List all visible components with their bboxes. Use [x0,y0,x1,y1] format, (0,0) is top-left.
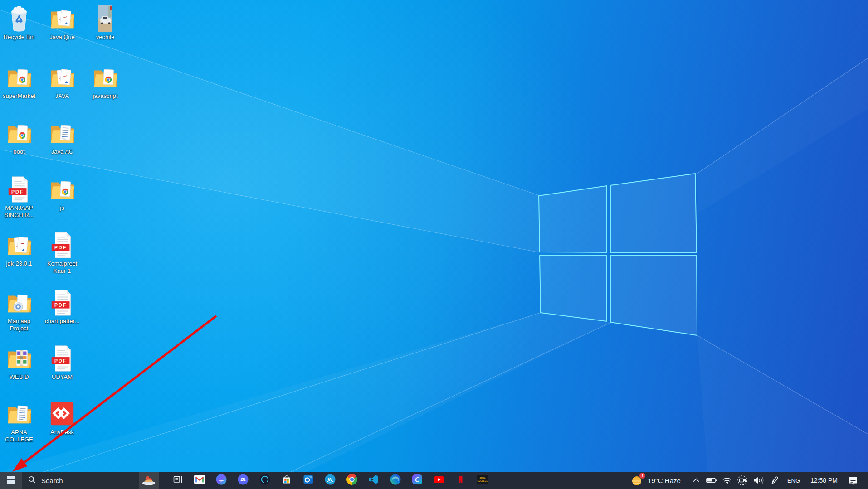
folder-icon [91,63,120,92]
search-icon [28,476,36,485]
desktop-icon-udyam[interactable]: PDFUDYAM [43,344,81,381]
desktop-icon-vechile[interactable]: vechile [86,4,124,41]
temperature-text: 19°C [648,477,663,484]
clock[interactable]: 12:58 PM [806,472,842,489]
taskbar-outlook-button[interactable] [297,472,319,489]
hidden-icons-chevron-button[interactable] [689,472,703,489]
desktop-icon-chart-pattern[interactable]: PDFchart patter... [43,288,81,325]
desktop-icon-supermarket[interactable]: superMarket [0,63,38,100]
alexa-icon [259,474,271,487]
wifi-button[interactable] [720,472,734,489]
show-desktop-button[interactable] [864,472,867,489]
desktop-icon-label: Java Que [43,34,81,41]
desktop-icon-label: Recycle Bin [0,34,38,41]
volume-button[interactable] [751,472,766,489]
desktop-icon-label: chart patter... [43,318,81,325]
folder-icon [5,63,34,92]
meet-now-button[interactable] [735,472,750,489]
desktop-icon-jdk-23-0-1[interactable]: jdk-23.0.1 [0,230,38,267]
desktop-icon-js[interactable]: js [43,174,81,212]
start-button[interactable] [0,472,22,489]
taskbar-apna-college-app-button[interactable]: APNACOLLEGE [472,472,493,489]
folder-icon [5,230,34,259]
chevron-up-icon [691,475,701,485]
desktop-icon-java-que[interactable]: Java Que [43,4,81,41]
time-text: 12:58 PM [810,477,838,484]
edge-icon [390,474,401,487]
taskbar-search-box[interactable]: Search [22,472,139,489]
desktop-icon-label: AnyDesk [43,429,81,436]
taskbar-microsoft-store-button[interactable] [276,472,297,489]
desktop-icon-komalpreet-kaur-1[interactable]: PDFKomalpreet Kaur 1 [43,230,81,275]
folder-icon [5,344,34,373]
weather-haze-icon: 1 [631,474,644,487]
svg-text:W: W [328,477,333,482]
taskbar-copilot-button[interactable] [210,472,232,489]
action-center-button[interactable] [844,472,863,489]
desktop-icon-java-ac[interactable]: Java AC [43,118,81,155]
desktop-icon-label: Java AC [43,148,81,155]
svg-text:COLLEGE: COLLEGE [477,480,488,482]
system-tray: 1 19°C Haze [626,472,868,489]
canva-icon: C [411,474,423,487]
taskbar-app-icons: WCAPNACOLLEGE [139,472,493,489]
weather-widget-button[interactable]: 1 19°C Haze [626,474,688,487]
battery-icon [706,475,717,485]
pdf-icon: PDF [48,344,77,373]
desktop-icon-label: WEB D [0,373,38,381]
pdf-icon: PDF [5,174,34,203]
taskbar-news-widget-button[interactable] [139,472,159,489]
desktop-icon-label: APNA COLLEGE [0,429,38,443]
folder-icon [48,118,77,147]
svg-text:PDF: PDF [11,189,24,194]
anydesk-icon [48,399,77,428]
bin-icon [5,4,34,33]
store-icon [281,474,293,487]
taskbar-gmail-button[interactable] [189,472,210,489]
pdf-icon: PDF [48,230,77,259]
taskbar-discord-button[interactable] [232,472,254,489]
taskbar-chrome-button[interactable] [341,472,363,489]
desktop: Recycle BinJava QuevechilesuperMarketJAV… [0,0,868,489]
folder-icon [5,288,34,317]
taskbar-edge-button[interactable] [385,472,406,489]
desktop-icon-label: superMarket [0,92,38,100]
battery-button[interactable] [704,472,719,489]
taskbar-netflix-button[interactable] [450,472,472,489]
gmail-icon [194,474,205,487]
volume-icon [752,475,765,485]
desktop-icon-web-d[interactable]: WEB D [0,344,38,381]
taskbar-canva-button[interactable]: C [406,472,428,489]
windows-ink-button[interactable] [768,472,781,489]
desktop-icon-java[interactable]: JAVA [43,63,81,100]
desktop-icon-apna-college[interactable]: APNA COLLEGE [0,399,38,443]
taskbar-alexa-button[interactable] [254,472,276,489]
language-indicator[interactable]: ENG [783,472,805,489]
task-view-icon [172,474,183,487]
svg-text:PDF: PDF [54,302,67,308]
meet-now-camera-icon [736,475,748,486]
folder-icon [5,118,34,147]
netflix-icon [455,474,467,487]
desktop-icon-manjaap-singh-resume[interactable]: PDFMANJAAP SINGH R... [0,174,38,219]
folder-icon [5,399,34,428]
desktop-icon-manjaap-project[interactable]: Manjaap Project [0,288,38,332]
taskbar-vscode-button[interactable] [363,472,385,489]
notification-badge: 1 [639,473,645,479]
desktop-icon-recycle-bin[interactable]: Recycle Bin [0,4,38,41]
desktop-icon-boot[interactable]: boot [0,118,38,155]
youtube-icon [433,474,445,487]
desktop-icon-label: UDYAM [43,373,81,381]
taskbar-youtube-button[interactable] [428,472,450,489]
pen-icon [769,475,780,486]
desktop-icon-javascript[interactable]: javascript [86,63,124,100]
svg-text:PDF: PDF [54,358,67,363]
desktop-icon-label: Komalpreet Kaur 1 [43,260,81,275]
taskbar-wave-button[interactable]: W [319,472,341,489]
taskbar-task-view-button[interactable] [167,472,189,489]
search-placeholder: Search [41,477,63,484]
desktop-icon-anydesk[interactable]: AnyDesk [43,399,81,436]
desktop-icon-label: jdk-23.0.1 [0,260,38,267]
windows-logo-icon [7,476,15,485]
vscode-icon [368,474,379,487]
